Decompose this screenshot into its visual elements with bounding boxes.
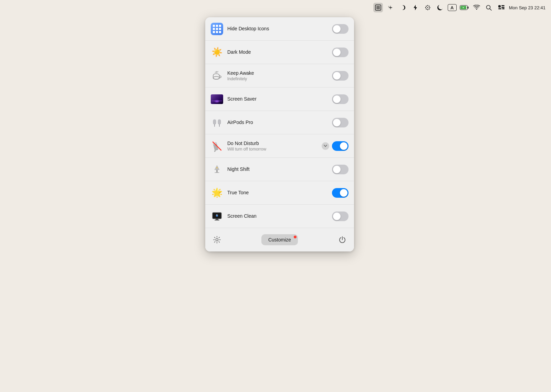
menubar: A	[0, 0, 551, 15]
screen-clean-text: Screen Clean	[227, 213, 332, 219]
dark-mode-toggle[interactable]	[332, 48, 349, 57]
airpods-pro-text: AirPods Pro	[227, 119, 332, 125]
menubar-icons: A	[373, 3, 506, 12]
svg-rect-18	[498, 5, 501, 8]
svg-point-10	[428, 9, 429, 10]
do-not-disturb-title: Do Not Disturb	[227, 140, 322, 146]
dark-mode-item[interactable]: ☀️ Dark Mode	[205, 41, 354, 64]
do-not-disturb-text: Do Not Disturb Will turn off tomorrow	[227, 140, 322, 152]
night-shift-title: Night Shift	[227, 166, 332, 172]
customize-label: Customize	[268, 237, 291, 243]
true-tone-text: True Tone	[227, 189, 332, 196]
dark-mode-text: Dark Mode	[227, 49, 332, 55]
svg-point-12	[426, 9, 427, 10]
search-menubar-icon[interactable]	[484, 3, 494, 12]
screen-clean-title: Screen Clean	[227, 213, 332, 219]
true-tone-toggle[interactable]	[332, 188, 349, 198]
hide-desktop-icons-item[interactable]: Hide Desktop Icons	[205, 17, 354, 41]
keep-awake-item[interactable]: Keep Awake Indefinitely	[205, 64, 354, 87]
svg-rect-26	[218, 120, 221, 124]
screen-saver-icon	[211, 93, 223, 105]
svg-rect-33	[216, 170, 218, 173]
droplet-menubar-icon[interactable]	[423, 3, 433, 12]
svg-point-4	[427, 7, 428, 8]
keep-awake-toggle[interactable]	[332, 71, 349, 81]
do-not-disturb-item[interactable]: Do Not Disturb Will turn off tomorrow	[205, 134, 354, 158]
bezel-menubar-icon[interactable]	[373, 3, 383, 12]
screen-saver-item[interactable]: Screen Saver	[205, 87, 354, 111]
battery-menubar-icon[interactable]	[459, 3, 469, 12]
screen-saver-toggle[interactable]	[332, 94, 349, 104]
svg-rect-21	[498, 8, 501, 9]
true-tone-icon: 🌟	[211, 187, 223, 199]
night-shift-icon	[211, 163, 223, 176]
airpods-pro-icon	[211, 116, 223, 129]
airpods-pro-title: AirPods Pro	[227, 119, 332, 125]
screen-clean-toggle[interactable]	[332, 212, 349, 221]
control-center-menubar-icon[interactable]	[497, 3, 506, 12]
moon-menubar-icon[interactable]	[435, 3, 445, 12]
screen-saver-title: Screen Saver	[227, 96, 332, 102]
power-button[interactable]	[336, 234, 349, 246]
do-not-disturb-icon	[211, 140, 223, 152]
bottom-bar: Customize	[205, 228, 354, 251]
do-not-disturb-subtitle: Will turn off tomorrow	[227, 147, 322, 152]
svg-rect-14	[468, 7, 469, 9]
true-tone-item[interactable]: 🌟 True Tone	[205, 181, 354, 205]
svg-rect-1	[376, 6, 380, 9]
hide-desktop-icons-toggle[interactable]	[332, 24, 349, 34]
svg-point-6	[427, 9, 428, 10]
customize-button[interactable]: Customize	[261, 234, 298, 245]
svg-rect-24	[213, 120, 216, 124]
svg-point-35	[216, 167, 218, 168]
screen-clean-icon	[211, 210, 223, 223]
screen-clean-item[interactable]: Screen Clean	[205, 205, 354, 228]
svg-rect-20	[501, 7, 505, 8]
screen-saver-text: Screen Saver	[227, 96, 332, 102]
svg-point-8	[429, 7, 430, 8]
dnd-controls	[322, 141, 349, 151]
svg-point-41	[216, 239, 218, 241]
dropdown-panel: Hide Desktop Icons ☀️ Dark Mode Ke	[205, 17, 354, 251]
airpods-pro-toggle[interactable]	[332, 118, 349, 127]
night-shift-item[interactable]: Night Shift	[205, 158, 354, 181]
customize-notification-dot	[294, 236, 297, 238]
svg-rect-39	[215, 220, 219, 220]
airpods-pro-item[interactable]: AirPods Pro	[205, 111, 354, 134]
keep-awake-subtitle: Indefinitely	[227, 76, 332, 81]
svg-point-11	[428, 6, 429, 7]
bolt-menubar-icon[interactable]	[410, 3, 420, 12]
svg-point-7	[425, 7, 426, 8]
hide-desktop-icons-icon	[211, 23, 223, 35]
wifi-menubar-icon[interactable]	[472, 3, 481, 12]
halfmoon-menubar-icon[interactable]	[398, 3, 408, 12]
night-shift-text: Night Shift	[227, 166, 332, 172]
menubar-time: Mon Sep 23 22:41	[509, 5, 545, 10]
settings-button[interactable]	[211, 234, 223, 246]
keep-awake-title: Keep Awake	[227, 70, 332, 76]
sparkle-menubar-icon[interactable]	[386, 3, 395, 12]
keep-awake-text: Keep Awake Indefinitely	[227, 70, 332, 81]
svg-point-9	[426, 6, 427, 7]
do-not-disturb-toggle[interactable]	[332, 141, 349, 151]
keep-awake-icon	[211, 70, 223, 82]
svg-rect-22	[502, 8, 505, 9]
keyboard-menubar-icon[interactable]: A	[448, 4, 457, 11]
svg-point-5	[427, 5, 428, 6]
dark-mode-title: Dark Mode	[227, 49, 332, 55]
hide-desktop-icons-title: Hide Desktop Icons	[227, 25, 332, 32]
dark-mode-icon: ☀️	[211, 46, 223, 59]
hide-desktop-icons-text: Hide Desktop Icons	[227, 25, 332, 32]
true-tone-title: True Tone	[227, 189, 332, 196]
dnd-dropdown-arrow[interactable]	[322, 142, 329, 150]
svg-line-17	[490, 9, 491, 10]
svg-rect-19	[501, 5, 505, 6]
night-shift-toggle[interactable]	[332, 165, 349, 174]
